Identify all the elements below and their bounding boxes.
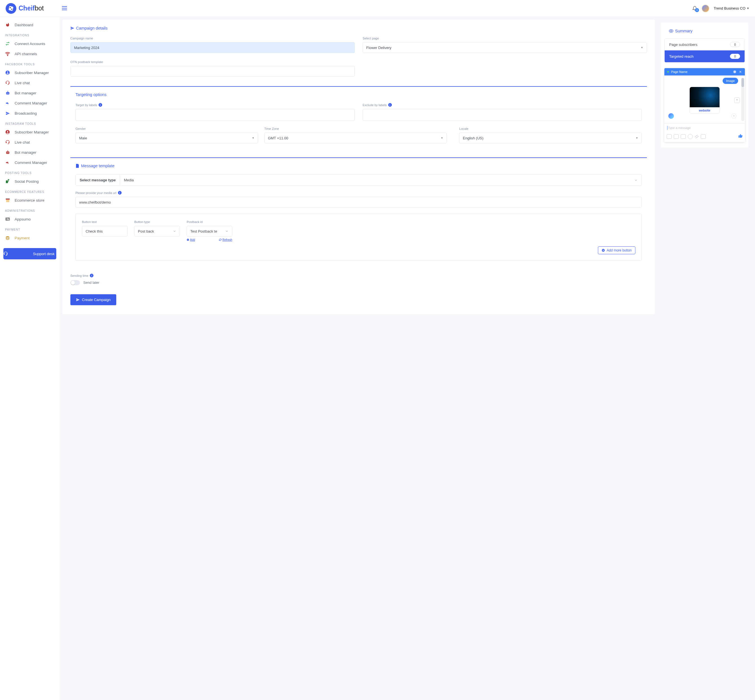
preview-page-name: Page Name [671, 70, 688, 73]
button-text-input[interactable] [82, 226, 128, 236]
add-avatar-icon[interactable]: + [732, 114, 736, 119]
campaign-name-input[interactable] [70, 42, 355, 53]
add-more-button[interactable]: Add more button [598, 246, 635, 254]
emoji-icon[interactable] [688, 134, 693, 139]
preview-image [690, 87, 719, 107]
svg-point-21 [6, 236, 9, 238]
gear-icon[interactable] [733, 70, 736, 73]
otn-input[interactable] [70, 66, 355, 77]
svg-rect-17 [6, 200, 9, 202]
sidebar-item-comment-manager[interactable]: Comment Manager [0, 98, 60, 108]
paper-plane-icon [76, 298, 80, 302]
sidebar-item-live-chat[interactable]: Live chat [0, 137, 60, 147]
sidebar: DashboardIntegrationsConnect AccountsAPI… [0, 17, 60, 700]
nav-section-header: Ecommerce Features [0, 186, 60, 195]
refresh-link[interactable]: Refresh [219, 238, 232, 241]
sidebar-item-subscriber-manager[interactable]: Subscriber Manager [0, 127, 60, 137]
preview-button[interactable]: website [690, 107, 719, 114]
sidebar-item-label: Payment [15, 236, 30, 240]
nav-section-header: Posting Tools [0, 167, 60, 176]
sidebar-item-dashboard[interactable]: Dashboard [0, 20, 60, 30]
document-icon [75, 164, 80, 168]
support-desk-button[interactable]: Support desk [3, 248, 56, 259]
info-icon[interactable]: i [388, 103, 392, 107]
sidebar-item-broadcasting[interactable]: Broadcasting [0, 108, 60, 118]
svg-point-8 [8, 93, 8, 94]
close-icon[interactable] [739, 70, 742, 73]
preview-message-input[interactable]: Type a message [665, 123, 745, 132]
menu-toggle-icon[interactable] [62, 5, 67, 11]
sidebar-item-comment-manager[interactable]: Comment Manager [0, 158, 60, 167]
add-link[interactable]: Add [187, 238, 195, 241]
timezone-select[interactable]: GMT +11.00▼ [264, 133, 447, 143]
online-dot-icon [667, 71, 669, 73]
user-circle-icon [5, 130, 10, 134]
sidebar-item-label: Appsumo [15, 217, 31, 221]
sidebar-item-api-channels[interactable]: API channels [0, 49, 60, 59]
brand-text: Cheifbot [19, 5, 44, 12]
sidebar-item-live-chat[interactable]: Live chat [0, 78, 60, 88]
wifi-icon [5, 51, 10, 56]
sidebar-item-appsumo[interactable]: Appsumo [0, 214, 60, 224]
sticker-icon[interactable] [674, 134, 679, 139]
exclude-labels-label: Exclude by labelsi [363, 103, 642, 107]
button-type-select[interactable]: Post back [134, 226, 180, 236]
reply-all-icon [5, 160, 10, 165]
svg-point-20 [6, 219, 7, 219]
send-later-toggle[interactable] [70, 280, 80, 285]
nav-section-header: Payment [0, 224, 60, 233]
postback-id-select[interactable]: Test Postback te [187, 226, 232, 236]
exclude-labels-input[interactable] [363, 109, 642, 121]
select-page-value: Flower Delivery [366, 45, 392, 50]
thumbs-up-icon[interactable] [738, 134, 743, 139]
message-type-select[interactable]: Media [120, 175, 641, 186]
preview-chip: Image [723, 78, 738, 84]
create-campaign-button[interactable]: Create Campaign [70, 294, 116, 305]
image-icon[interactable] [667, 134, 672, 139]
avatar[interactable] [702, 5, 710, 12]
select-page-dropdown[interactable]: Flower Delivery ▼ [363, 42, 647, 53]
sidebar-item-bot-manager[interactable]: Bot manager [0, 88, 60, 98]
info-icon[interactable]: i [98, 103, 102, 107]
upload-icon[interactable] [734, 97, 740, 103]
brand-logo-icon [6, 3, 16, 14]
camera-icon[interactable] [701, 134, 706, 139]
svg-point-2 [11, 8, 12, 9]
chevron-down-icon [173, 230, 176, 233]
brand[interactable]: Cheifbot [6, 3, 59, 14]
paper-plane-icon [70, 26, 74, 30]
nav-section-header: Integrations [0, 30, 60, 39]
sidebar-item-connect-accounts[interactable]: Connect Accounts [0, 39, 60, 49]
svg-point-1 [9, 7, 11, 8]
sidebar-item-social-posting[interactable]: Social Posting [0, 176, 60, 186]
notifications-button[interactable]: 0 [692, 6, 697, 11]
user-menu[interactable]: Trend Business CO ▼ [714, 6, 749, 11]
media-url-input[interactable] [75, 197, 642, 208]
sidebar-item-subscriber-manager[interactable]: Subscriber Manager [0, 67, 60, 78]
timezone-label: Time Zone [264, 127, 447, 130]
locale-label: Locale [459, 127, 642, 130]
sidebar-item-bot-manager[interactable]: Bot manager [0, 147, 60, 158]
campaign-name-label: Campaign name [70, 37, 355, 40]
message-template-title: Message template [75, 164, 647, 168]
svg-point-7 [7, 93, 7, 94]
gender-select[interactable]: Male▼ [75, 133, 258, 143]
locale-select[interactable]: English (US)▼ [459, 133, 642, 143]
sidebar-item-ecommerce-store[interactable]: Ecommerce store [0, 195, 60, 205]
target-labels-input[interactable] [75, 109, 355, 121]
chevron-down-icon: ▼ [441, 137, 443, 139]
eye-icon [669, 29, 673, 33]
send-later-label: Send later [83, 281, 99, 285]
svg-point-24 [671, 30, 672, 31]
link-icon[interactable] [694, 134, 699, 139]
topbar: Cheifbot 0 Trend Business CO ▼ [0, 0, 755, 17]
divider [70, 158, 647, 158]
info-icon[interactable]: i [118, 191, 122, 195]
sidebar-item-label: Ecommerce store [15, 198, 44, 202]
fire-icon [5, 22, 10, 27]
sidebar-item-payment[interactable]: Payment [0, 233, 60, 243]
info-icon[interactable]: i [90, 274, 94, 277]
message-preview: Page Name Image website [665, 68, 745, 142]
scrollbar[interactable] [741, 78, 744, 121]
gif-icon[interactable] [681, 134, 686, 139]
